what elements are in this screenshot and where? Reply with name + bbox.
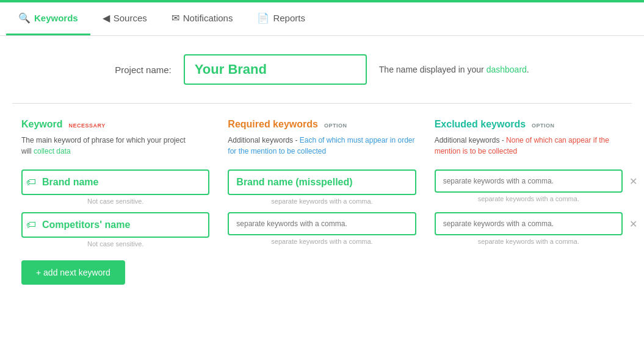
col-header-excluded: Excluded keywords OPTION Additional keyw…	[425, 119, 632, 166]
remove-row-button-0[interactable]: ✕	[629, 176, 637, 187]
keywords-body: 🏷 Not case sensitive. separate keywords …	[12, 166, 632, 251]
required-cell-1: separate keywords with a comma.	[219, 208, 425, 249]
project-name-hint: The name displayed in your dashboard.	[379, 65, 529, 74]
sources-icon: ◀	[103, 12, 110, 24]
desc-text: Additional keywords -	[435, 136, 506, 144]
tab-keywords-label: Keywords	[34, 13, 78, 23]
col-title-keyword: Keyword NECESSARY	[21, 119, 209, 130]
keyword-row-0: 🏷 Not case sensitive. separate keywords …	[12, 166, 632, 208]
remove-row-button-1[interactable]: ✕	[629, 218, 637, 230]
tab-notifications[interactable]: ✉Notifications	[159, 2, 245, 35]
col-title-text-keyword: Keyword	[21, 119, 63, 130]
excluded-hint-1: separate keywords with a comma.	[435, 238, 623, 245]
required-hint-0: separate keywords with a comma.	[228, 198, 416, 205]
required-hint-1: separate keywords with a comma.	[228, 238, 416, 245]
project-name-row: Project name: The name displayed in your…	[12, 54, 632, 85]
dashboard-link[interactable]: dashboard	[487, 65, 527, 74]
col-title-required: Required keywords OPTION	[228, 119, 416, 130]
divider-1	[12, 103, 632, 104]
keyword-cell-0: 🏷 Not case sensitive.	[12, 166, 219, 208]
project-name-label: Project name:	[115, 65, 172, 75]
col-header-required: Required keywords OPTION Additional keyw…	[219, 119, 425, 166]
col-badge-excluded: OPTION	[529, 121, 557, 130]
tag-icon-0: 🏷	[26, 177, 36, 188]
excluded-input-0[interactable]	[435, 169, 623, 193]
required-cell-0: separate keywords with a comma.	[219, 166, 425, 208]
col-desc-keyword: The main keyword of phrase for which you…	[21, 135, 209, 157]
excluded-input-wrapper-0: ✕	[435, 169, 623, 193]
keywords-icon: 🔍	[18, 12, 31, 24]
excluded-input-1[interactable]	[435, 212, 623, 235]
col-desc-required: Additional keywords - Each of which must…	[228, 135, 416, 157]
tab-notifications-label: Notifications	[183, 13, 233, 23]
keyword-hint-0: Not case sensitive.	[21, 198, 209, 205]
col-desc-excluded: Additional keywords - None of which can …	[435, 135, 623, 157]
notifications-icon: ✉	[172, 12, 179, 24]
col-badge-keyword: NECESSARY	[67, 121, 108, 130]
tag-icon-1: 🏷	[26, 219, 36, 230]
tab-keywords[interactable]: 🔍Keywords	[6, 2, 90, 35]
keyword-row-1: 🏷 Not case sensitive. separate keywords …	[12, 208, 632, 251]
keyword-cell-1: 🏷 Not case sensitive.	[12, 208, 219, 251]
required-input-wrapper-1	[228, 212, 416, 235]
required-input-wrapper-0	[228, 169, 416, 195]
keyword-input-wrapper-1: 🏷	[21, 212, 209, 238]
col-title-text-required: Required keywords	[228, 119, 318, 130]
tab-reports[interactable]: 📄Reports	[245, 2, 317, 35]
col-header-keyword: Keyword NECESSARY The main keyword of ph…	[12, 119, 219, 166]
keyword-input-1[interactable]	[21, 212, 209, 238]
reports-icon: 📄	[257, 12, 269, 24]
col-title-text-excluded: Excluded keywords	[435, 119, 526, 130]
main-content: Project name: The name displayed in your…	[0, 36, 644, 303]
excluded-input-wrapper-1: ✕	[435, 212, 623, 235]
desc-text: Additional keywords -	[228, 136, 299, 144]
excluded-hint-0: separate keywords with a comma.	[435, 195, 623, 202]
excluded-cell-0: ✕ separate keywords with a comma.	[425, 166, 632, 206]
keyword-input-0[interactable]	[21, 169, 209, 195]
tab-bar: 🔍Keywords◀Sources✉Notifications📄Reports	[0, 2, 644, 36]
tab-reports-label: Reports	[273, 13, 305, 23]
desc-highlight: collect data	[34, 147, 71, 155]
col-badge-required: OPTION	[322, 121, 350, 130]
tab-sources[interactable]: ◀Sources	[90, 2, 159, 35]
keywords-headers: Keyword NECESSARY The main keyword of ph…	[12, 119, 632, 166]
col-title-excluded: Excluded keywords OPTION	[435, 119, 623, 130]
excluded-cell-1: ✕ separate keywords with a comma.	[425, 208, 632, 249]
keyword-hint-1: Not case sensitive.	[21, 240, 209, 248]
add-keyword-button[interactable]: + add next keyword	[21, 260, 125, 285]
project-name-input[interactable]	[184, 54, 367, 85]
required-input-0[interactable]	[228, 169, 416, 195]
required-input-1[interactable]	[228, 212, 416, 235]
tab-sources-label: Sources	[114, 13, 147, 23]
keyword-input-wrapper-0: 🏷	[21, 169, 209, 195]
